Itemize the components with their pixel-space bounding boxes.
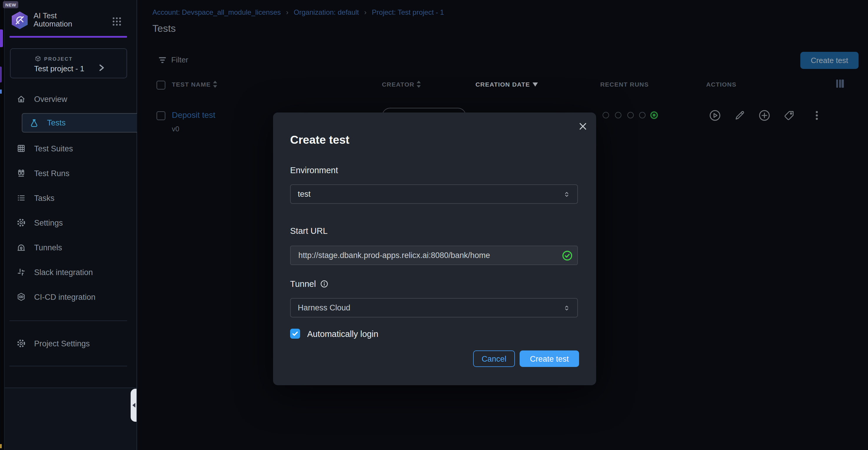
page-title: Tests [152,23,176,35]
tunnel-select[interactable]: Harness Cloud [290,298,578,317]
sidebar-item-label: Test Suites [34,144,73,153]
sidebar-item-label: Slack integration [34,268,93,277]
slack-icon [17,268,26,277]
column-settings-icon[interactable] [836,80,844,88]
plus-circle-icon [758,110,770,121]
tunnel-value: Harness Cloud [298,303,563,312]
run-status-dot-passed[interactable] [650,111,658,119]
sidebar-item-project-settings[interactable]: Project Settings [9,333,127,354]
auto-login-label: Automatically login [307,329,378,339]
column-header-test-name[interactable]: TEST NAME [172,81,217,88]
module-rail-avatar-sliver [0,444,2,448]
sidebar-item-label: Tasks [34,194,55,202]
sidebar-item-test-runs[interactable]: Test Runs [9,163,127,184]
environment-label-text: Environment [290,166,338,175]
sidebar-item-settings[interactable]: Settings [9,212,127,233]
product-name-line2: Automation [34,20,72,28]
tag-icon [783,110,795,121]
start-url-label: Start URL [290,226,328,235]
run-status-dot[interactable] [615,112,621,118]
column-header-actions: ACTIONS [706,81,737,88]
tunnel-icon [17,243,26,252]
sidebar-item-test-suites[interactable]: Test Suites [9,138,127,159]
sidebar-item-slack-integration[interactable]: Slack integration [9,261,127,283]
info-icon[interactable] [320,280,329,288]
test-runs-icon [17,168,26,178]
column-label: TEST NAME [172,81,211,88]
tunnel-label: Tunnel [290,279,329,289]
sort-both-icon [213,81,217,88]
url-valid-check-icon [562,250,572,261]
breadcrumb-account-link[interactable]: Account: Devspace_all_module_licenses [152,8,281,17]
environment-select[interactable]: test [290,185,578,204]
run-status-dot[interactable] [627,112,634,118]
module-rail-active-purple [0,29,3,47]
edit-test-button[interactable] [734,110,746,121]
create-test-submit-button[interactable]: Create test [520,350,579,367]
module-rail-segment [0,66,2,82]
brand-accent-line [9,36,127,37]
add-to-suite-button[interactable] [758,110,770,121]
cube-icon [35,55,41,62]
sidebar-item-label: Tests [47,118,66,127]
app-switcher-icon[interactable] [112,17,122,27]
project-eyebrow-label: PROJECT [44,56,73,61]
sidebar-item-cicd-integration[interactable]: CI-CD integration [9,286,127,307]
column-header-creator[interactable]: CREATOR [382,81,421,88]
row-more-menu[interactable] [811,110,823,121]
sidebar-divider [9,320,127,321]
column-label: CREATION DATE [475,81,530,88]
auto-login-checkbox[interactable] [290,329,300,339]
sidebar-item-tasks[interactable]: Tasks [9,187,127,208]
project-name: Test project - 1 [34,64,85,73]
sidebar-collapse-handle[interactable] [131,389,136,422]
sidebar-item-overview[interactable]: Overview [9,88,127,110]
environment-label: Environment [290,166,338,175]
product-name: AI Test Automation [34,12,72,28]
start-url-input[interactable] [290,246,578,265]
close-icon[interactable] [578,121,588,131]
start-url-field-wrap [290,246,578,265]
test-name-link[interactable]: Deposit test [172,110,215,119]
grid-table-icon [17,144,26,153]
column-header-recent-runs: RECENT RUNS [600,81,649,88]
start-url-label-text: Start URL [290,226,328,235]
column-header-creation-date[interactable]: CREATION DATE [475,81,537,88]
cancel-button[interactable]: Cancel [473,350,515,367]
select-all-checkbox[interactable] [157,81,165,89]
sidebar-item-label: CI-CD integration [34,292,96,301]
product-logo-icon [11,11,28,29]
sidebar-item-label: Overview [34,94,67,103]
project-selector[interactable]: PROJECT Test project - 1 [10,48,127,78]
sidebar-footer: ? Help AU admin user [5,388,136,450]
breadcrumb-project-link[interactable]: Project: Test project - 1 [359,8,444,17]
home-icon [17,94,26,104]
filter-icon [159,57,166,63]
run-test-button[interactable] [709,110,721,121]
sidebar-item-label: Project Settings [34,339,90,348]
sort-desc-icon [532,82,537,86]
filter-label: Filter [171,55,188,64]
sidebar-item-label: Test Runs [34,169,69,177]
gear-icon [17,218,26,227]
chevron-right-icon [98,64,105,72]
sidebar-divider [9,366,127,366]
select-stepper-icon [563,189,570,199]
create-test-toolbar-button[interactable]: Create test [800,52,859,69]
row-checkbox[interactable] [157,111,165,120]
run-status-dot[interactable] [602,112,609,118]
run-status-dot[interactable] [639,112,646,118]
sidebar-item-tunnels[interactable]: Tunnels [9,237,127,258]
flask-icon [29,118,39,128]
check-icon [292,331,298,337]
column-label: ACTIONS [706,81,737,88]
create-test-modal: Create test Environment test Start URL T… [273,113,596,385]
tag-test-button[interactable] [783,110,795,121]
module-rail [0,0,5,450]
filter-button[interactable]: Filter [159,55,188,64]
breadcrumb: Account: Devspace_all_module_licenses Or… [152,8,444,17]
task-list-icon [17,193,26,203]
select-stepper-icon [563,303,570,312]
breadcrumb-org-link[interactable]: Organization: default [281,8,359,17]
tunnel-label-text: Tunnel [290,279,316,289]
